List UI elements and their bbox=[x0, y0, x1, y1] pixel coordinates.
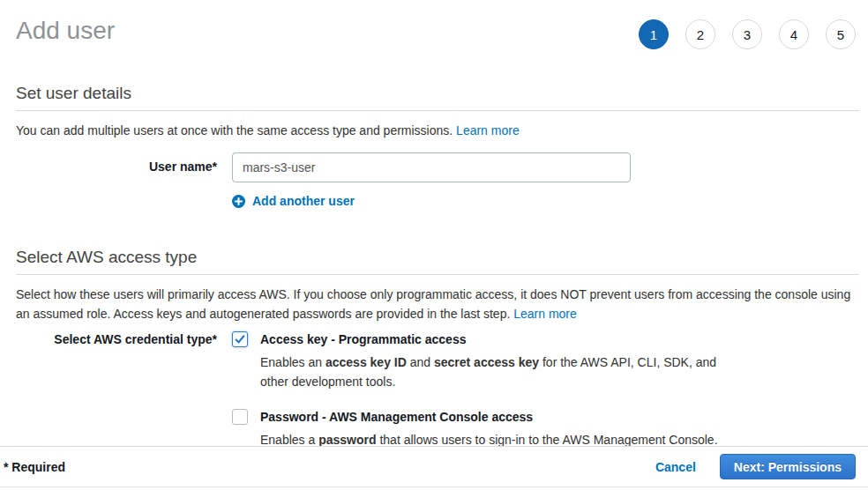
check-icon bbox=[235, 334, 245, 345]
step-4: 4 bbox=[779, 19, 809, 49]
desc-text-bold: secret access key bbox=[434, 355, 539, 369]
learn-more-link-user-details[interactable]: Learn more bbox=[456, 123, 520, 137]
wizard-header: Add user 1 2 3 4 5 bbox=[0, 0, 868, 49]
option-password: Password - AWS Management Console access… bbox=[232, 409, 730, 449]
plus-circle-icon[interactable] bbox=[232, 195, 245, 208]
user-name-field-wrap bbox=[232, 152, 631, 182]
desc-text-bold: password bbox=[318, 433, 376, 447]
add-another-user-button[interactable]: Add another user bbox=[232, 194, 859, 208]
desc-text: that allows users to sign-in to the AWS … bbox=[377, 433, 718, 447]
step-1: 1 bbox=[639, 19, 669, 49]
desc-text-bold: access key ID bbox=[326, 355, 407, 369]
footer-actions: Cancel Next: Permissions bbox=[655, 454, 856, 479]
next-permissions-button[interactable]: Next: Permissions bbox=[720, 454, 856, 479]
wizard-footer: * Required Cancel Next: Permissions bbox=[0, 446, 868, 487]
access-type-intro: Select how these users will primarily ac… bbox=[16, 285, 859, 323]
user-name-label: User name* bbox=[16, 152, 232, 182]
required-note: * Required bbox=[4, 460, 65, 474]
access-key-option-body: Access key - Programmatic access Enables… bbox=[260, 331, 730, 391]
step-5: 5 bbox=[826, 19, 856, 49]
option-access-key: Access key - Programmatic access Enables… bbox=[232, 331, 730, 391]
section-select-access-type: Select AWS access type Select how these … bbox=[16, 247, 859, 449]
desc-text: Enables an bbox=[260, 355, 326, 369]
access-key-option-desc: Enables an access key ID and secret acce… bbox=[260, 353, 730, 391]
credential-options: Access key - Programmatic access Enables… bbox=[232, 331, 730, 449]
credential-type-row: Select AWS credential type* Access key -… bbox=[16, 331, 859, 449]
user-name-input[interactable] bbox=[232, 152, 631, 182]
step-2: 2 bbox=[685, 19, 715, 49]
step-indicator: 1 2 3 4 5 bbox=[639, 19, 856, 49]
step-3: 3 bbox=[732, 19, 762, 49]
learn-more-link-access-type[interactable]: Learn more bbox=[513, 307, 577, 321]
desc-text: Enables a bbox=[260, 433, 318, 447]
user-details-intro-text: You can add multiple users at once with … bbox=[16, 123, 453, 137]
add-another-user-label[interactable]: Add another user bbox=[252, 194, 355, 208]
user-name-row: User name* bbox=[16, 152, 859, 182]
section-divider bbox=[16, 110, 859, 111]
credential-type-label: Select AWS credential type* bbox=[16, 331, 232, 449]
access-key-option-title: Access key - Programmatic access bbox=[260, 331, 730, 347]
access-key-checkbox[interactable] bbox=[232, 331, 248, 347]
section-heading-user-details: Set user details bbox=[16, 83, 859, 103]
access-type-intro-text: Select how these users will primarily ac… bbox=[16, 287, 850, 321]
page-title: Add user bbox=[16, 16, 115, 46]
password-option-title: Password - AWS Management Console access bbox=[260, 409, 718, 425]
desc-text: and bbox=[407, 355, 434, 369]
user-details-intro: You can add multiple users at once with … bbox=[16, 121, 859, 140]
password-option-body: Password - AWS Management Console access… bbox=[260, 409, 718, 449]
section-divider bbox=[16, 274, 859, 275]
section-set-user-details: Set user details You can add multiple us… bbox=[16, 83, 859, 208]
password-checkbox[interactable] bbox=[232, 409, 248, 425]
cancel-button[interactable]: Cancel bbox=[655, 460, 696, 474]
section-heading-access-type: Select AWS access type bbox=[16, 247, 859, 267]
